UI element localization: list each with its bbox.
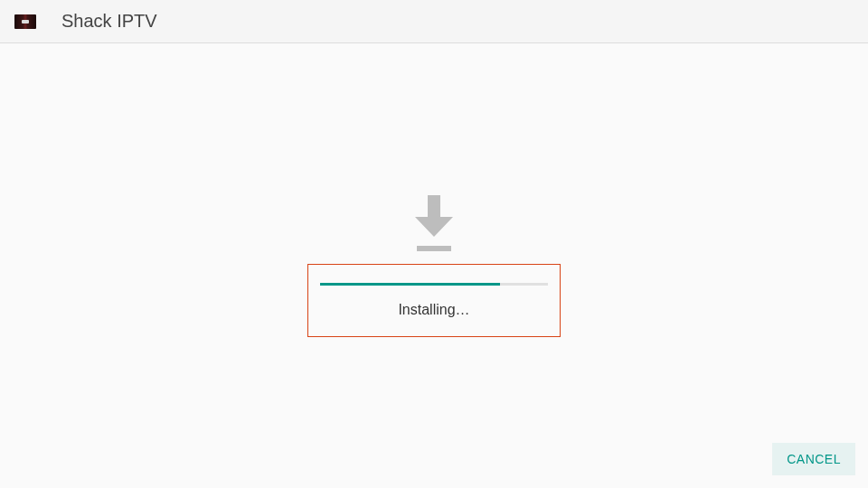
- app-title: Shack IPTV: [61, 11, 157, 32]
- progress-fill: [320, 283, 500, 286]
- footer-actions: CANCEL: [772, 443, 855, 475]
- download-icon: [411, 195, 457, 253]
- svg-rect-0: [417, 246, 451, 251]
- install-progress-box: Installing…: [307, 264, 561, 337]
- progress-bar: [320, 283, 548, 286]
- app-header: Shack IPTV: [0, 0, 868, 43]
- app-icon: [14, 14, 36, 29]
- cancel-button[interactable]: CANCEL: [772, 443, 855, 475]
- install-status-text: Installing…: [398, 302, 469, 318]
- install-screen: Installing…: [0, 43, 868, 488]
